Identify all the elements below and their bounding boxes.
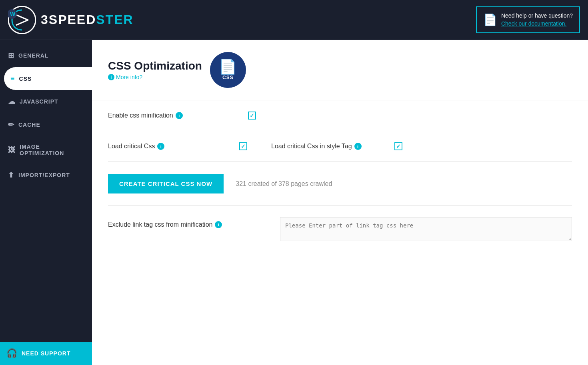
need-support-button[interactable]: 🎧 NEED SUPPORT: [0, 342, 92, 365]
load-critical-style-tag-checkbox[interactable]: [394, 142, 402, 150]
load-critical-style-tag-info-icon[interactable]: i: [354, 143, 362, 150]
image-icon: 🖼: [8, 146, 16, 154]
svg-text:W: W: [10, 11, 16, 17]
css-minification-checkbox[interactable]: [248, 112, 256, 120]
page-title: CSS Optimization: [108, 60, 202, 72]
exclude-css-textarea[interactable]: [280, 217, 572, 241]
content-inner: CSS Optimization i More info? 📄 CSS Enab…: [92, 40, 588, 264]
css-minification-info-icon[interactable]: i: [176, 112, 183, 119]
css-icon: ≡: [10, 74, 15, 83]
headphones-icon: 🎧: [6, 348, 18, 359]
exclude-css-label: Exclude link tag css from minification i: [108, 217, 268, 228]
info-circle-icon: i: [108, 74, 114, 80]
sidebar-item-css[interactable]: ≡ CSS: [4, 67, 92, 90]
page-title-area: CSS Optimization i More info?: [108, 60, 202, 80]
help-text: Need help or have question? Check our do…: [501, 12, 573, 28]
load-critical-css-checkbox[interactable]: [239, 142, 247, 150]
css-document-icon: 📄: [219, 60, 237, 74]
load-critical-style-tag-label: Load critical Css in style Tag i: [271, 143, 391, 150]
crawl-info-text: 321 created of 378 pages crawled: [236, 180, 332, 187]
sidebar-item-import-export[interactable]: ⬆ IMPORT/EXPORT: [0, 164, 92, 187]
javascript-icon: ☁: [8, 97, 16, 106]
content-area: CSS Optimization i More info? 📄 CSS Enab…: [92, 40, 588, 365]
load-critical-style-tag-col: Load critical Css in style Tag i: [271, 142, 402, 150]
main-layout: ⊞ GENERAL ≡ CSS ☁ JAVASCRIPT ✏ CACHE 🖼 I…: [0, 40, 588, 365]
exclude-css-row: Exclude link tag css from minification i: [108, 206, 572, 252]
sidebar: ⊞ GENERAL ≡ CSS ☁ JAVASCRIPT ✏ CACHE 🖼 I…: [0, 40, 92, 365]
css-minification-row: Enable css minification i: [108, 100, 572, 131]
load-critical-css-row: Load critical Css i Load critical Css in…: [108, 131, 572, 162]
logo-icon: W: [8, 6, 36, 34]
logo-area: W 3SPEEDSTER: [8, 6, 134, 34]
load-critical-css-col: Load critical Css i: [108, 142, 271, 150]
logo-text: 3SPEEDSTER: [41, 12, 134, 27]
css-logo-circle: 📄 CSS: [210, 52, 246, 88]
sidebar-item-cache[interactable]: ✏ CACHE: [0, 113, 92, 136]
css-minification-label: Enable css minification i: [108, 112, 248, 119]
documentation-link[interactable]: Check our documentation.: [501, 20, 566, 27]
create-critical-css-button[interactable]: CREATE CRITICAL CSS NOW: [108, 174, 224, 193]
general-icon: ⊞: [8, 51, 14, 60]
import-export-icon: ⬆: [8, 171, 14, 180]
create-css-button-row: CREATE CRITICAL CSS NOW 321 created of 3…: [108, 162, 572, 206]
exclude-css-info-icon[interactable]: i: [215, 221, 222, 228]
app-header: W 3SPEEDSTER 📄 Need help or have questio…: [0, 0, 588, 40]
help-box: 📄 Need help or have question? Check our …: [476, 6, 580, 33]
sidebar-item-image-optimization[interactable]: 🖼 IMAGE OPTIMIZATION: [0, 136, 92, 164]
load-critical-css-label: Load critical Css i: [108, 143, 236, 150]
document-icon: 📄: [483, 13, 497, 26]
load-critical-css-info-icon[interactable]: i: [157, 143, 164, 150]
sidebar-item-javascript[interactable]: ☁ JAVASCRIPT: [0, 90, 92, 113]
more-info-link[interactable]: i More info?: [108, 74, 202, 80]
css-badge-label: CSS: [222, 75, 234, 80]
cache-icon: ✏: [8, 120, 14, 129]
sidebar-item-general[interactable]: ⊞ GENERAL: [0, 44, 92, 67]
page-header: CSS Optimization i More info? 📄 CSS: [108, 52, 572, 88]
